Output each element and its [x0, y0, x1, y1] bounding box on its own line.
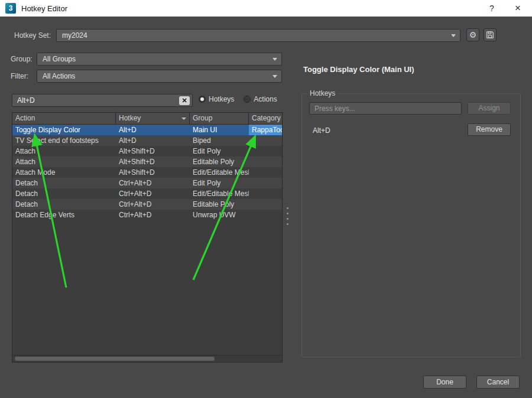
panel-splitter[interactable]	[286, 200, 290, 233]
cell-hotkey: Alt+Shift+D	[116, 156, 190, 167]
hotkey-set-value: my2024	[62, 31, 87, 40]
cell-action: Detach	[12, 199, 116, 210]
cancel-button[interactable]: Cancel	[476, 376, 520, 389]
column-header-action[interactable]: Action	[12, 113, 116, 124]
radio-hotkeys[interactable]: Hotkeys	[199, 95, 234, 103]
chevron-down-icon	[181, 118, 186, 120]
save-hotkey-set-button[interactable]	[484, 28, 497, 41]
cell-action: Detach	[12, 188, 116, 199]
radio-actions[interactable]: Actions	[244, 95, 277, 103]
search-box: ✕	[12, 94, 193, 107]
cell-category	[249, 199, 282, 210]
table-row[interactable]: DetachCtrl+Alt+DEdit Poly	[12, 178, 282, 188]
titlebar: 3 Hotkey Editor ? ×	[0, 0, 532, 17]
radio-icon	[199, 96, 206, 103]
cell-hotkey: Ctrl+Alt+D	[116, 199, 190, 210]
cell-category: RappaTools	[249, 125, 282, 135]
table-row[interactable]: Detach Edge VertsCtrl+Alt+DUnwrap UVW	[12, 210, 282, 220]
cell-group: Edit Poly	[190, 146, 249, 156]
done-button[interactable]: Done	[423, 376, 466, 389]
assigned-hotkey-value: Alt+D	[313, 126, 330, 135]
hotkeys-group-label: Hotkeys	[307, 89, 338, 97]
table-row[interactable]: DetachCtrl+Alt+DEditable Poly	[12, 199, 282, 210]
cell-hotkey: Alt+D	[116, 135, 190, 146]
cell-hotkey: Ctrl+Alt+D	[116, 188, 190, 199]
cell-action: Attach	[12, 146, 116, 156]
table-row[interactable]: Attach ModeAlt+Shift+DEdit/Editable Mesh	[12, 167, 282, 178]
remove-button[interactable]: Remove	[468, 123, 511, 136]
cell-group: Edit/Editable Mesh	[190, 188, 249, 199]
cell-action: Attach Mode	[12, 167, 116, 178]
cell-action: TV Select end of footsteps	[12, 135, 116, 146]
column-header-category[interactable]: Category	[249, 113, 282, 124]
cell-hotkey: Alt+Shift+D	[116, 167, 190, 178]
chevron-down-icon	[273, 75, 277, 78]
cell-action: Detach	[12, 178, 116, 188]
help-button[interactable]: ?	[480, 0, 504, 17]
app-icon: 3	[5, 3, 16, 14]
assign-button[interactable]: Assign	[468, 102, 511, 115]
hotkey-set-dropdown[interactable]: my2024	[56, 29, 460, 42]
scrollbar-thumb[interactable]	[15, 357, 215, 361]
cell-category	[249, 167, 282, 178]
column-header-hotkey[interactable]: Hotkey	[116, 113, 190, 124]
hotkeys-groupbox: Hotkeys Assign Alt+D Remove	[301, 93, 521, 357]
press-keys-input[interactable]	[309, 102, 462, 115]
table-row[interactable]: AttachAlt+Shift+DEditable Poly	[12, 156, 282, 167]
cell-action: Attach	[12, 156, 116, 167]
table-header: Action Hotkey Group Category	[12, 113, 282, 125]
horizontal-scrollbar[interactable]	[13, 355, 281, 361]
cell-hotkey: Alt+D	[116, 125, 190, 135]
cell-group: Edit/Editable Mesh	[190, 167, 249, 178]
filter-value: All Actions	[43, 72, 75, 80]
table-row[interactable]: AttachAlt+Shift+DEdit Poly	[12, 146, 282, 156]
clear-search-icon[interactable]: ✕	[179, 96, 190, 105]
hotkey-table-body: Toggle Display ColorAlt+DMain UIRappaToo…	[12, 125, 282, 220]
window-title: Hotkey Editor	[21, 4, 67, 13]
save-icon	[486, 31, 494, 39]
filter-label: Filter:	[11, 72, 28, 80]
filter-dropdown[interactable]: All Actions	[37, 70, 282, 83]
radio-icon	[244, 96, 251, 103]
cell-category	[249, 188, 282, 199]
close-button[interactable]: ×	[506, 0, 530, 17]
table-row[interactable]: DetachCtrl+Alt+DEdit/Editable Mesh	[12, 188, 282, 199]
hotkey-table: Action Hotkey Group Category Toggle Disp…	[12, 112, 283, 363]
cell-group: Unwrap UVW	[190, 210, 249, 220]
cell-group: Editable Poly	[190, 156, 249, 167]
cell-category	[249, 210, 282, 220]
cell-category	[249, 135, 282, 146]
search-input[interactable]	[12, 94, 192, 106]
cell-group: Editable Poly	[190, 199, 249, 210]
chevron-down-icon	[273, 58, 277, 61]
cell-category	[249, 146, 282, 156]
column-header-group[interactable]: Group	[190, 113, 249, 124]
cell-group: Main UI	[190, 125, 249, 135]
selected-action-title: Toggle Display Color (Main UI)	[303, 65, 414, 74]
cell-group: Edit Poly	[190, 178, 249, 188]
dialog-body: Hotkey Set: my2024 ⚙ Group: All Groups F…	[0, 17, 532, 398]
cell-category	[249, 178, 282, 188]
chevron-down-icon	[451, 34, 456, 37]
table-row[interactable]: Toggle Display ColorAlt+DMain UIRappaToo…	[12, 125, 282, 135]
cell-category	[249, 156, 282, 167]
group-value: All Groups	[43, 55, 76, 63]
cell-action: Detach Edge Verts	[12, 210, 116, 220]
group-label: Group:	[11, 55, 33, 63]
settings-button[interactable]: ⚙	[466, 28, 479, 41]
gear-icon: ⚙	[469, 30, 477, 40]
group-dropdown[interactable]: All Groups	[37, 53, 282, 66]
radio-label: Actions	[254, 95, 277, 103]
table-row[interactable]: TV Select end of footstepsAlt+DBiped	[12, 135, 282, 146]
cell-hotkey: Alt+Shift+D	[116, 146, 190, 156]
cell-group: Biped	[190, 135, 249, 146]
radio-label: Hotkeys	[209, 95, 234, 103]
cell-hotkey: Ctrl+Alt+D	[116, 178, 190, 188]
hotkey-set-label: Hotkey Set:	[14, 31, 51, 40]
cell-action: Toggle Display Color	[12, 125, 116, 135]
cell-hotkey: Ctrl+Alt+D	[116, 210, 190, 220]
radio-group: HotkeysActions	[199, 95, 277, 103]
